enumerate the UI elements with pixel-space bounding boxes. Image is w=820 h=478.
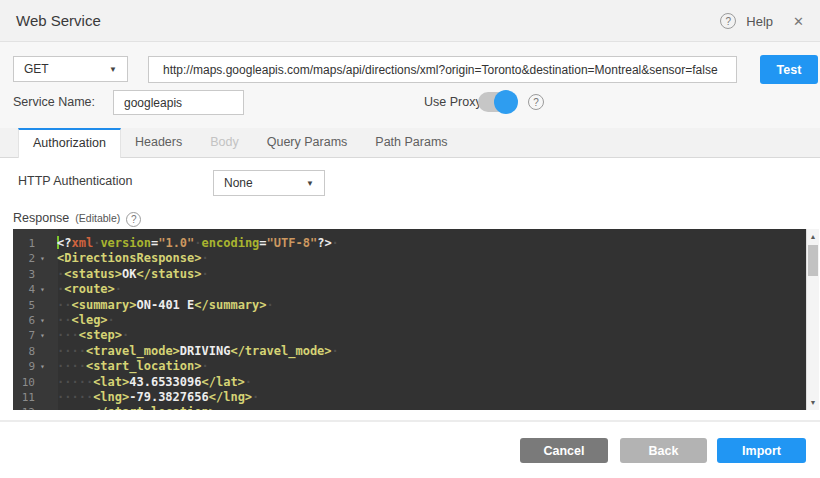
code-line: 6▾··<leg>· [13,313,806,328]
fold-arrow-icon[interactable]: ▾ [35,251,50,266]
footer-divider [0,420,820,422]
dialog-header: Web Service ? Help ✕ [0,0,820,42]
code-text: ···<step>· [57,328,129,343]
line-number: 12 [13,405,35,410]
fold-spacer [35,390,50,405]
tab-path-params[interactable]: Path Params [361,128,461,157]
tab-authorization[interactable]: Authorization [18,128,121,158]
response-label-row: Response (Editable) ? [13,209,141,227]
line-number: 8 [13,344,35,359]
back-button[interactable]: Back [620,438,707,463]
fold-spacer [35,298,50,313]
help-link[interactable]: Help [746,14,773,29]
header-actions: ? Help ✕ [720,0,804,42]
response-help-glyph: ? [131,214,137,225]
chevron-down-icon: ▼ [109,65,117,74]
code-line: 7▾···<step>· [13,328,806,343]
code-line: 10·····<lat>43.6533096</lat>· [13,375,806,390]
code-line: 4▾·<route>· [13,282,806,297]
scroll-down-icon[interactable]: ▼ [807,396,819,409]
import-button[interactable]: Import [717,438,806,463]
line-number: 2 [13,251,35,266]
code-line: 3·<status>OK</status>· [13,267,806,282]
proxy-help-glyph: ? [533,97,539,108]
line-number: 3 [13,267,35,282]
http-authentication-label: HTTP Authentication [18,174,132,188]
line-number: 9 [13,359,35,374]
response-editor[interactable]: 1<?xml·version="1.0"·encoding="UTF-8"?>·… [13,229,819,410]
use-proxy-label: Use Proxy: [424,95,485,109]
fold-spacer [35,267,50,282]
tab-query-params[interactable]: Query Params [253,128,362,157]
line-number: 4 [13,282,35,297]
code-line: 1<?xml·version="1.0"·encoding="UTF-8"?>· [13,236,806,251]
code-editor-lines: 1<?xml·version="1.0"·encoding="UTF-8"?>·… [13,236,806,410]
help-icon[interactable]: ? [720,13,736,29]
response-label: Response [13,211,69,225]
http-authentication-value: None [224,176,253,190]
cancel-button[interactable]: Cancel [520,438,608,463]
test-button[interactable]: Test [760,55,818,84]
code-text: ·<route>· [57,282,122,297]
code-text: ··<summary>ON-401 E</summary>· [57,298,274,313]
editor-scrollbar[interactable]: ▲ ▼ [806,229,819,410]
fold-arrow-icon[interactable]: ▾ [35,359,50,374]
line-number: 6 [13,313,35,328]
tab-headers[interactable]: Headers [121,128,196,157]
line-number: 7 [13,328,35,343]
code-line: 2▾<DirectionsResponse>· [13,251,806,266]
use-proxy-toggle[interactable] [478,92,516,112]
line-number: 10 [13,375,35,390]
code-text: <?xml·version="1.0"·encoding="UTF-8"?>· [57,236,339,251]
code-text: ·····<lat>43.6533096</lat>· [57,375,252,390]
http-method-value: GET [24,62,49,76]
page-title: Web Service [16,0,101,42]
code-text: ·····</start_location>· [57,405,223,410]
service-name-input[interactable] [113,90,244,115]
url-input[interactable] [148,56,737,83]
service-name-label: Service Name: [13,95,95,109]
tab-body: Body [196,128,253,157]
response-editable-label: (Editable) [75,212,120,224]
code-line: 8····<travel_mode>DRIVING</travel_mode>· [13,344,806,359]
code-text: <DirectionsResponse>· [57,251,209,266]
fold-arrow-icon[interactable]: ▾ [35,313,50,328]
fold-spacer [35,236,50,251]
http-method-select[interactable]: GET ▼ [13,56,128,82]
http-authentication-select[interactable]: None ▼ [213,170,325,196]
code-editor[interactable]: 1<?xml·version="1.0"·encoding="UTF-8"?>·… [13,229,806,410]
code-line: 12·····</start_location>· [13,405,806,410]
help-icon-glyph: ? [726,16,732,27]
fold-spacer [35,344,50,359]
response-help-icon[interactable]: ? [126,212,141,227]
scroll-up-icon[interactable]: ▲ [807,230,819,243]
fold-arrow-icon[interactable]: ▾ [35,328,50,343]
fold-arrow-icon[interactable]: ▾ [35,282,50,297]
fold-spacer [35,405,50,410]
code-text: ····<travel_mode>DRIVING</travel_mode>· [57,344,339,359]
code-text: ·<status>OK</status>· [57,267,209,282]
code-text: ··<leg>· [57,313,115,328]
code-line: 9▾····<start_location>· [13,359,806,374]
code-text: ····<start_location>· [57,359,209,374]
close-icon[interactable]: ✕ [793,14,804,29]
request-form-section: GET ▼ Test Service Name: Use Proxy: ? [0,42,820,128]
scrollbar-thumb[interactable] [808,245,818,276]
toggle-knob [494,90,518,114]
code-text: ·····<lng>-79.3827656</lng>· [57,390,259,405]
chevron-down-icon: ▼ [306,179,314,188]
code-line: 11·····<lng>-79.3827656</lng>· [13,390,806,405]
fold-spacer [35,375,50,390]
code-line: 5··<summary>ON-401 E</summary>· [13,298,806,313]
tab-bar: Authorization Headers Body Query Params … [0,128,820,158]
line-number: 11 [13,390,35,405]
line-number: 1 [13,236,35,251]
proxy-help-icon[interactable]: ? [528,94,544,110]
line-number: 5 [13,298,35,313]
